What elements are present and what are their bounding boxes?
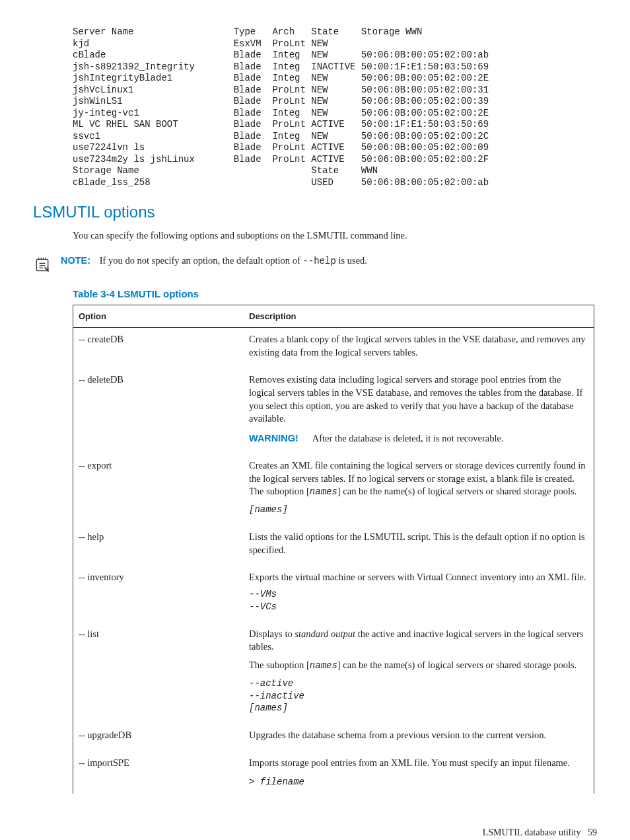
option-name: -- list — [73, 619, 244, 720]
note-pre: If you do not specify an option, the def… — [100, 255, 303, 266]
option-sub: --VMs — [249, 588, 587, 601]
table-row: -- list Displays to standard output the … — [73, 619, 594, 720]
terminal-output: Server Name Type Arch State Storage WWN … — [73, 26, 597, 188]
warning-text: After the database is deleted, it is not… — [312, 433, 504, 443]
option-name: -- help — [73, 521, 244, 562]
option-desc2-code: names — [310, 660, 337, 671]
option-sub: [names] — [249, 702, 587, 714]
option-name: -- importSPE — [73, 747, 244, 794]
table-header-row: Option Description — [73, 305, 594, 328]
option-desc-a: Creates an XML file containing the logic… — [249, 460, 586, 484]
option-name: -- upgradeDB — [73, 720, 244, 747]
table-row: -- importSPE Imports storage pool entrie… — [73, 747, 594, 794]
table-row: -- export Creates an XML file containing… — [73, 450, 594, 521]
option-name: -- deleteDB — [73, 364, 244, 450]
option-desc: Exports the virtual machine or servers w… — [244, 562, 594, 618]
option-sub-prompt: > — [249, 777, 260, 787]
note-icon — [33, 254, 53, 278]
table-row: -- inventory Exports the virtual machine… — [73, 562, 594, 618]
footer-text: LSMUTIL database utility — [483, 827, 581, 837]
option-name: -- createDB — [73, 328, 244, 365]
note-post: is used. — [336, 255, 367, 266]
options-table: Option Description -- createDB Creates a… — [73, 305, 594, 794]
table-row: -- createDB Creates a blank copy of the … — [73, 328, 594, 365]
section-heading: LSMUTIL options — [33, 202, 597, 223]
option-desc-pre: Displays to — [249, 629, 295, 639]
option-desc: Imports storage pool entries from an XML… — [244, 747, 594, 794]
option-desc-b-pre: The suboption [ — [249, 486, 310, 496]
option-sub: --active — [249, 677, 587, 690]
option-desc: Removes existing data including logical … — [244, 364, 594, 450]
option-desc-em: standard output — [295, 629, 355, 639]
th-description: Description — [244, 305, 594, 328]
option-desc-text: Removes existing data including logical … — [249, 374, 582, 424]
option-desc-b-code: names — [310, 486, 337, 497]
table-row: -- deleteDB Removes existing data includ… — [73, 364, 594, 450]
page-number: 59 — [588, 827, 597, 837]
option-name: -- export — [73, 450, 244, 521]
option-desc-b-post: ] can be the name(s) of logical servers … — [337, 486, 577, 496]
option-sub: [names] — [249, 504, 587, 516]
option-sub-arg: filename — [260, 777, 304, 787]
table-row: -- upgradeDB Upgrades the database schem… — [73, 720, 594, 747]
option-desc: Displays to standard output the active a… — [244, 619, 594, 720]
option-desc: Creates an XML file containing the logic… — [244, 450, 594, 521]
option-desc-text: Imports storage pool entries from an XML… — [249, 757, 570, 768]
note-label: NOTE: — [61, 255, 90, 266]
option-name: -- inventory — [73, 562, 244, 618]
option-desc: Creates a blank copy of the logical serv… — [244, 328, 594, 365]
section-intro: You can specify the following options an… — [73, 229, 597, 243]
th-option: Option — [73, 305, 244, 328]
option-sub: --inactive — [249, 690, 587, 703]
table-caption: Table 3-4 LSMUTIL options — [73, 287, 597, 301]
option-sub: --VCs — [249, 601, 587, 613]
note-text: NOTE: If you do not specify an option, t… — [61, 254, 597, 268]
note-code: --help — [302, 256, 335, 266]
option-desc-text: Exports the virtual machine or servers w… — [249, 572, 586, 582]
option-desc: Lists the valid options for the LSMUTIL … — [244, 521, 594, 562]
option-desc2-pre: The suboption [ — [249, 660, 310, 670]
option-sub: > filename — [249, 776, 587, 788]
option-desc2-post: ] can be the name(s) of logical servers … — [337, 660, 577, 670]
option-desc: Upgrades the database schema from a prev… — [244, 720, 594, 747]
note-block: NOTE: If you do not specify an option, t… — [33, 254, 597, 278]
table-row: -- help Lists the valid options for the … — [73, 521, 594, 562]
warning-label: WARNING! — [249, 433, 298, 443]
page-footer: LSMUTIL database utility 59 — [33, 827, 597, 839]
